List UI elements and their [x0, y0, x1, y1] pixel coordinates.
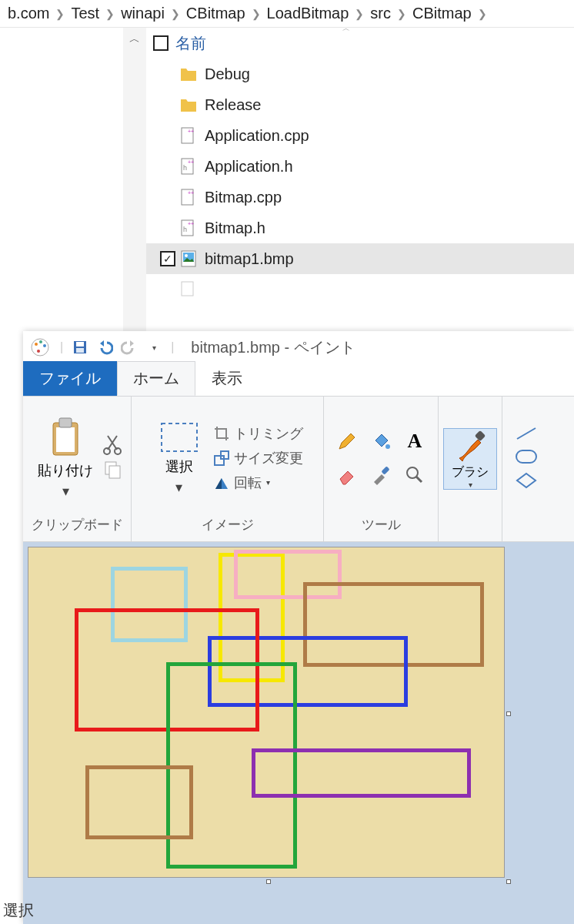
row-checkbox[interactable]: ✓: [160, 251, 175, 266]
brush-label: ブラシ: [452, 464, 489, 480]
zoom-tool[interactable]: [399, 460, 430, 490]
pencil-icon: [337, 431, 357, 451]
eraser-tool[interactable]: [332, 460, 362, 490]
scroll-up-icon[interactable]: ︿: [123, 28, 146, 49]
svg-point-25: [104, 448, 110, 454]
svg-rect-30: [215, 456, 224, 465]
canvas-area[interactable]: [23, 542, 574, 924]
window-title: bitmap1.bmp - ペイント: [191, 337, 355, 358]
tab-view[interactable]: 表示: [195, 361, 259, 396]
crumb-cbitmap[interactable]: CBitmap: [182, 5, 250, 22]
h-file-icon: h++: [180, 158, 197, 175]
picker-tool[interactable]: [365, 460, 396, 490]
select-all-checkbox[interactable]: [153, 35, 169, 51]
paint-app-icon: [31, 337, 51, 357]
text-tool[interactable]: A: [399, 426, 430, 457]
list-item[interactable]: Release: [146, 89, 574, 120]
chevron-right-icon: ❯: [476, 8, 489, 20]
chevron-right-icon: ❯: [250, 8, 262, 20]
rotate-label: 回転: [234, 474, 262, 492]
list-item[interactable]: ++ Application.cpp: [146, 120, 574, 151]
titlebar[interactable]: | ▾ | bitmap1.bmp - ペイント: [23, 331, 574, 363]
clipboard-icon: [48, 417, 82, 458]
tab-home[interactable]: ホーム: [117, 361, 195, 396]
paste-button[interactable]: 貼り付け ▾: [31, 417, 100, 500]
group-clipboard: 貼り付け ▾ クリップボード: [23, 397, 132, 541]
chevron-down-icon: ▾: [469, 480, 472, 489]
svg-rect-33: [381, 466, 389, 474]
column-header[interactable]: ︿ 名前: [146, 28, 574, 59]
redo-button[interactable]: [118, 336, 140, 358]
shape-line[interactable]: [515, 426, 538, 444]
svg-rect-23: [56, 427, 75, 452]
copy-icon: [103, 460, 123, 480]
select-button[interactable]: 選択 ▾: [152, 420, 206, 496]
resize-handle-right[interactable]: [506, 711, 511, 716]
undo-button[interactable]: [94, 336, 115, 358]
file-name: Application.cpp: [205, 127, 309, 145]
cropped-text: 選択: [0, 897, 37, 924]
list-item[interactable]: ✓ bitmap1.bmp: [146, 243, 574, 274]
cut-button[interactable]: [103, 434, 123, 460]
column-name-header[interactable]: 名前: [175, 33, 206, 54]
group-tools: A ツール: [324, 397, 439, 541]
list-item[interactable]: h++ Application.h: [146, 151, 574, 182]
list-item[interactable]: ++ Bitmap.cpp: [146, 182, 574, 213]
save-button[interactable]: [69, 336, 91, 358]
drawn-rectangle: [85, 765, 193, 839]
file-name: bitmap1.bmp: [205, 250, 294, 268]
crumb-test[interactable]: Test: [66, 5, 104, 22]
file-name: Bitmap.h: [205, 219, 265, 237]
shape-rounded-rect[interactable]: [515, 449, 538, 467]
bmp-file-icon: [180, 250, 197, 267]
group-label: [525, 518, 529, 538]
crumb-cbitmap2[interactable]: CBitmap: [408, 5, 476, 22]
list-item[interactable]: h++ Bitmap.h: [146, 213, 574, 243]
crumb-root[interactable]: b.com: [3, 5, 54, 22]
scrollbar-track[interactable]: ︿: [123, 28, 146, 336]
list-item[interactable]: Debug: [146, 59, 574, 89]
check-icon: ✓: [163, 253, 172, 265]
scissors-icon: [103, 434, 123, 457]
chevron-right-icon: ❯: [353, 8, 365, 20]
magnifier-icon: [405, 465, 425, 485]
list-item[interactable]: [146, 274, 574, 305]
resize-icon: [214, 450, 229, 466]
resize-button[interactable]: サイズ変更: [214, 449, 303, 467]
svg-text:h: h: [183, 226, 187, 233]
breadcrumb[interactable]: b.com ❯ Test ❯ winapi ❯ CBitmap ❯ LoadBi…: [0, 0, 574, 28]
resize-handle-bottom[interactable]: [266, 879, 271, 884]
copy-button[interactable]: [103, 460, 123, 483]
crop-label: トリミング: [234, 424, 303, 443]
crumb-winapi[interactable]: winapi: [116, 5, 169, 22]
cpp-file-icon: ++: [180, 127, 197, 144]
crumb-load[interactable]: LoadBitmap: [262, 5, 354, 22]
folder-icon: [180, 65, 197, 82]
svg-text:++: ++: [188, 159, 194, 165]
group-label: イメージ: [202, 516, 254, 538]
pencil-tool[interactable]: [332, 426, 362, 457]
svg-rect-24: [59, 418, 72, 427]
fill-tool[interactable]: [365, 426, 396, 457]
group-label: クリップボード: [32, 516, 123, 538]
canvas[interactable]: [28, 547, 505, 878]
svg-point-26: [115, 448, 121, 454]
svg-point-18: [37, 350, 40, 353]
shape-diamond[interactable]: [515, 472, 538, 492]
crumb-src[interactable]: src: [365, 5, 395, 22]
crop-icon: [214, 426, 229, 441]
brush-button[interactable]: ブラシ ▾: [443, 428, 497, 490]
cpp-file-icon: ++: [180, 189, 197, 206]
generic-file-icon: [180, 281, 197, 298]
paint-window: | ▾ | bitmap1.bmp - ペイント ファイル ホーム 表示 貼り付…: [23, 331, 574, 924]
customize-qat-button[interactable]: ▾: [143, 336, 165, 358]
tab-file[interactable]: ファイル: [23, 361, 117, 396]
separator: |: [166, 340, 179, 354]
ribbon: 貼り付け ▾ クリップボード 選択 ▾ トリミング サ: [23, 396, 574, 542]
rotate-button[interactable]: 回転 ▾: [214, 474, 303, 492]
chevron-right-icon: ❯: [395, 8, 408, 20]
svg-point-16: [39, 340, 42, 343]
resize-handle-corner[interactable]: [506, 879, 511, 884]
crop-button[interactable]: トリミング: [214, 424, 303, 443]
drawn-rectangle: [252, 748, 471, 798]
